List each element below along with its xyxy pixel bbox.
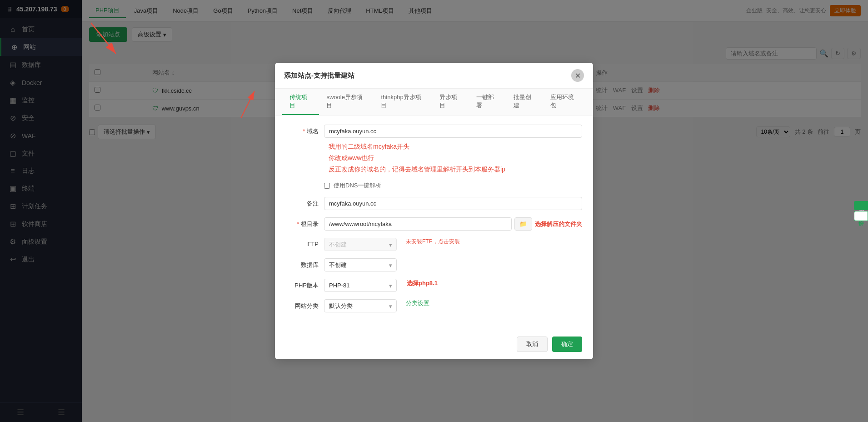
cancel-button[interactable]: 取消 <box>517 337 548 352</box>
domain-row: 域名 我用的二级域名mcyfaka开头 你改成www也行 反正改成你的域名的，记… <box>286 125 582 138</box>
rootdir-annotation: 选择解压的文件夹 <box>535 220 582 229</box>
annotation-spacer <box>286 145 582 181</box>
confirm-button[interactable]: 确定 <box>552 337 582 352</box>
tab-traditional[interactable]: 传统项目 <box>282 89 319 115</box>
php-select[interactable]: PHP-81 PHP-74 PHP-80 <box>324 279 397 292</box>
php-row: PHP版本 PHP-81 PHP-74 PHP-80 选择php8.1 <box>286 279 582 292</box>
float-feedback-btn[interactable]: 评价 <box>854 211 868 221</box>
php-label: PHP版本 <box>286 279 319 290</box>
ftp-label: FTP <box>286 238 319 247</box>
tab-async[interactable]: 异步项目 <box>432 89 469 115</box>
folder-select-button[interactable]: 📁 <box>514 217 532 231</box>
php-annotation: 选择php8.1 <box>407 279 438 288</box>
category-label: 网站分类 <box>286 299 319 310</box>
modal-overlay: 添加站点-支持批量建站 ✕ 传统项目 swoole异步项目 thinkphp异步… <box>0 0 868 422</box>
right-float-panel: 客服 评价 <box>854 201 868 221</box>
domain-label: 域名 <box>286 125 319 136</box>
category-select[interactable]: 默认分类 <box>324 299 397 312</box>
db-select-wrap: 不创建 <box>324 258 397 271</box>
modal-title: 添加站点-支持批量建站 <box>284 71 354 80</box>
tab-batch[interactable]: 批量创建 <box>506 89 543 115</box>
category-row: 网站分类 默认分类 分类设置 <box>286 299 582 312</box>
add-site-modal: 添加站点-支持批量建站 ✕ 传统项目 swoole异步项目 thinkphp异步… <box>275 63 593 359</box>
float-service-btn[interactable]: 客服 <box>854 201 868 210</box>
category-settings-link[interactable]: 分类设置 <box>406 299 429 307</box>
domain-input[interactable] <box>324 125 582 138</box>
tab-swoole[interactable]: swoole异步项目 <box>319 89 374 115</box>
rootdir-input-wrap: 📁 选择解压的文件夹 <box>324 217 582 231</box>
db-select[interactable]: 不创建 <box>324 258 397 271</box>
category-select-wrap: 默认分类 <box>324 299 397 312</box>
ftp-select[interactable]: 不创建 <box>324 238 397 251</box>
dns-row: 使用DNS一键解析 <box>286 181 582 190</box>
rootdir-row: 根目录 📁 选择解压的文件夹 <box>286 217 582 231</box>
modal-footer: 取消 确定 <box>275 329 593 359</box>
rootdir-label: 根目录 <box>286 217 319 228</box>
ftp-select-wrap: 不创建 <box>324 238 397 251</box>
php-select-wrap: PHP-81 PHP-74 PHP-80 <box>324 279 397 292</box>
dns-checkbox[interactable] <box>324 183 330 189</box>
ftp-row: FTP 不创建 未安装FTP，点击安装 <box>286 238 582 251</box>
modal-close-button[interactable]: ✕ <box>571 69 584 82</box>
rootdir-input[interactable] <box>324 217 512 231</box>
tab-onekey[interactable]: 一键部署 <box>469 89 506 115</box>
tab-thinkphp[interactable]: thinkphp异步项目 <box>374 89 432 115</box>
modal-header: 添加站点-支持批量建站 ✕ <box>275 63 593 89</box>
tab-appenv[interactable]: 应用环境包 <box>543 89 586 115</box>
modal-body: 域名 我用的二级域名mcyfaka开头 你改成www也行 反正改成你的域名的，记… <box>275 116 593 329</box>
database-row: 数据库 不创建 <box>286 258 582 271</box>
remarks-label: 备注 <box>286 197 319 208</box>
dns-label: 使用DNS一键解析 <box>334 181 381 190</box>
remarks-input[interactable] <box>324 197 582 210</box>
remarks-row: 备注 <box>286 197 582 210</box>
ftp-install-hint[interactable]: 未安装FTP，点击安装 <box>406 238 460 246</box>
modal-tabs: 传统项目 swoole异步项目 thinkphp异步项目 异步项目 一键部署 批… <box>275 89 593 116</box>
db-label: 数据库 <box>286 258 319 269</box>
